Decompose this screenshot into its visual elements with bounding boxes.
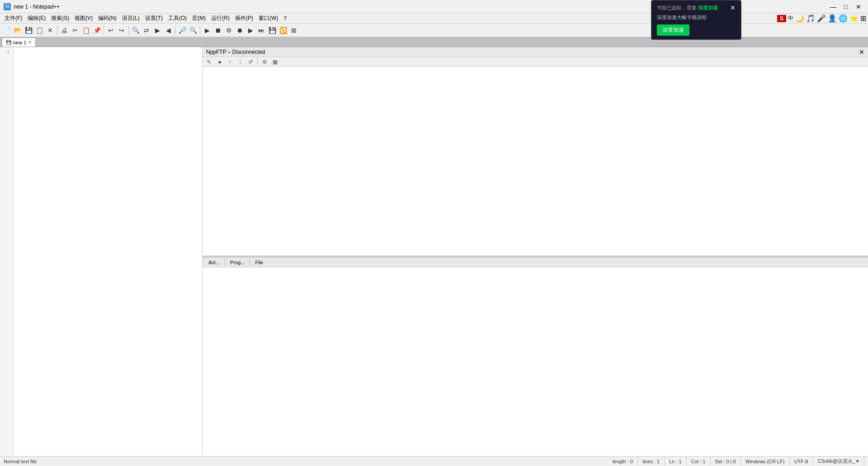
new-button[interactable]: 📄 (2, 25, 12, 35)
log-tab-sep-2 (250, 259, 250, 266)
ftp-layout-btn[interactable]: ▦ (270, 58, 279, 66)
save-button[interactable]: 💾 (24, 25, 33, 35)
stop-button[interactable]: ⏹ (213, 25, 223, 35)
undo-button[interactable]: ↩ (106, 25, 116, 35)
menu-search[interactable]: 搜索(S) (48, 14, 72, 23)
zoom-out-button[interactable]: 🔍 (188, 25, 198, 35)
print-button[interactable]: 🖨 (59, 25, 69, 35)
open-button[interactable]: 📂 (13, 25, 23, 35)
menu-file[interactable]: 文件(F) (2, 14, 25, 23)
ftp-log-tab-progress[interactable]: Prog... (226, 258, 249, 266)
status-windows: Windows (CR LF) (741, 456, 790, 466)
notif-close-icon[interactable]: ✕ (730, 4, 736, 11)
sogou-grid1-icon[interactable]: 🌐 (839, 14, 848, 23)
notif-action-button[interactable]: 深度加速 (657, 24, 689, 36)
find-prev-button[interactable]: ◀ (163, 25, 173, 35)
run-macro-button[interactable]: 🔂 (278, 25, 288, 35)
editor-content: 1 (0, 47, 202, 456)
ftp-log-tab-activity[interactable]: Act... (204, 258, 224, 266)
tab-label: new 1 (13, 40, 26, 45)
sogou-logo[interactable]: S (777, 15, 786, 22)
toolbar-sep-5 (200, 26, 200, 35)
toolbar-sep-1 (57, 26, 57, 35)
save-all-button[interactable]: 📋 (34, 25, 44, 35)
ftp-upload-btn[interactable]: ↑ (225, 58, 234, 66)
notification-popup: 书签已超标，需要 深度加速 ✕ 深度加速大幅卡顿进程 深度加速 (651, 0, 741, 40)
ftp-disconnect-btn[interactable]: ◄ (215, 58, 224, 66)
close-button[interactable]: ✕ (853, 2, 864, 11)
menu-settings[interactable]: 设置(T) (142, 14, 165, 23)
ftp-pane: NppFTP – Disconnected ✕ ✎ ◄ ↑ ↓ ↺ ⚙ ▦ Ac… (203, 47, 868, 456)
sogou-moon-icon[interactable]: 🌙 (795, 14, 804, 23)
ftp-file-browser[interactable] (203, 67, 868, 256)
log-tab-sep-1 (225, 259, 225, 266)
redo-button[interactable]: ↪ (117, 25, 127, 35)
menu-window[interactable]: 窗口(W) (256, 14, 281, 23)
title-bar-left: N new 1 - Notepad++ (4, 3, 60, 10)
editor-pane: 1 (0, 47, 203, 456)
ftp-connect-btn[interactable]: ✎ (204, 58, 213, 66)
sogou-chinese[interactable]: 中 (788, 14, 793, 22)
menu-tools[interactable]: 工具(O) (165, 14, 189, 23)
line-number-1: 1 (0, 49, 11, 54)
ftp-refresh-btn[interactable]: ↺ (246, 58, 255, 66)
ftp-log-tabs: Act... Prog... File (203, 257, 868, 267)
menu-plugins[interactable]: 插件(P) (232, 14, 256, 23)
maximize-button[interactable]: □ (840, 2, 852, 11)
record-button[interactable]: ⏺ (235, 25, 245, 35)
status-col: Col : 1 (687, 456, 711, 466)
stop-record-button[interactable]: ⏭ (256, 25, 266, 35)
run-button[interactable]: ▶ (202, 25, 212, 35)
ftp-toolbar: ✎ ◄ ↑ ↓ ↺ ⚙ ▦ (203, 57, 868, 67)
status-file-type: Normal text file (4, 456, 41, 466)
copy-button[interactable]: 📋 (81, 25, 91, 35)
menu-language[interactable]: 语言(L) (119, 14, 142, 23)
menu-macro[interactable]: 宏(M) (189, 14, 208, 23)
ftp-tb-sep-1 (257, 58, 258, 66)
status-bar: Normal text file length : 0 lines : 1 Ln… (0, 456, 868, 466)
cut-button[interactable]: ✂ (70, 25, 80, 35)
ftp-title: NppFTP – Disconnected (206, 49, 265, 55)
sogou-input-bar: S 中 🌙 🎵 🎤 👤 🌐 ⭐ ⊞ (777, 14, 866, 23)
sogou-user-icon[interactable]: 👤 (828, 14, 837, 23)
extra-btn[interactable]: ⊠ (289, 25, 299, 35)
ftp-close-icon[interactable]: ✕ (859, 48, 864, 56)
editor-textarea[interactable] (14, 47, 202, 456)
find-button[interactable]: 🔍 (131, 25, 141, 35)
find-next-button[interactable]: ▶ (152, 25, 162, 35)
zoom-in-button[interactable]: 🔎 (177, 25, 187, 35)
menu-run[interactable]: 运行(R) (208, 14, 232, 23)
paste-button[interactable]: 📌 (92, 25, 102, 35)
sogou-star-icon[interactable]: ⭐ (849, 14, 859, 23)
menu-edit[interactable]: 编辑(E) (25, 14, 48, 23)
ftp-download-btn[interactable]: ↓ (236, 58, 245, 66)
save-macro-button[interactable]: 💾 (267, 25, 277, 35)
menu-encoding[interactable]: 编码(N) (95, 14, 119, 23)
settings-btn[interactable]: ⚙ (224, 25, 234, 35)
replace-button[interactable]: ⇄ (142, 25, 151, 35)
ftp-settings-btn[interactable]: ⚙ (260, 58, 269, 66)
minimize-button[interactable]: — (827, 2, 839, 11)
sogou-grid2-icon[interactable]: ⊞ (860, 14, 866, 23)
line-numbers: 1 (0, 47, 14, 456)
app-icon: N (4, 3, 11, 10)
window-title: new 1 - Notepad++ (14, 4, 60, 10)
status-sel: Sel : 0 | 0 (710, 456, 741, 466)
tab-new1[interactable]: 💾 new 1 ✕ (2, 38, 36, 47)
toolbar-sep-2 (104, 26, 104, 35)
menu-view[interactable]: 视图(V) (72, 14, 95, 23)
status-length: length : 0 (608, 456, 638, 466)
toolbar-sep-3 (128, 26, 129, 35)
ftp-log-content (203, 267, 868, 456)
menu-help[interactable]: ? (281, 14, 289, 23)
sogou-mic-icon[interactable]: 🎤 (817, 14, 826, 23)
sogou-music-icon[interactable]: 🎵 (806, 14, 815, 23)
notif-header: 书签已超标，需要 深度加速 ✕ (657, 4, 736, 11)
status-ln: Ln : 1 (665, 456, 687, 466)
tab-close-icon[interactable]: ✕ (28, 40, 32, 45)
playback-button[interactable]: ▶ (245, 25, 255, 35)
close-button-tb[interactable]: ✕ (45, 25, 55, 35)
ftp-log-tab-file[interactable]: File (251, 258, 267, 266)
main-layout: 1 NppFTP – Disconnected ✕ ✎ ◄ ↑ ↓ ↺ ⚙ ▦ (0, 47, 868, 456)
notif-body: 深度加速大幅卡顿进程 (657, 14, 736, 21)
